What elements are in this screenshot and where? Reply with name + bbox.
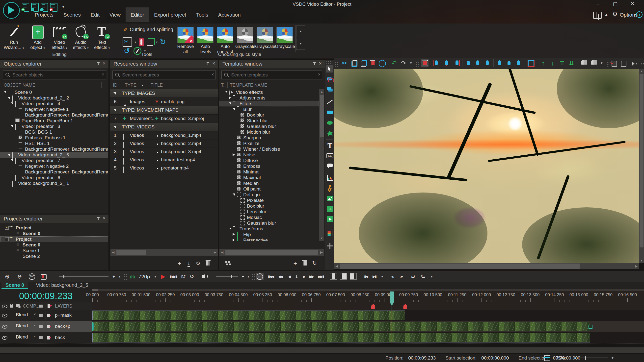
pin-icon[interactable] — [313, 62, 316, 66]
zoom-slider-minus[interactable]: – — [52, 273, 59, 280]
blend-mode-select[interactable]: Blend˅ — [16, 334, 36, 341]
drop-cursor-icon[interactable]: ↧ — [293, 273, 300, 280]
image-tool[interactable] — [326, 195, 334, 202]
resource-row[interactable]: 3Videosbackground_3.mp4 — [110, 148, 218, 156]
expander-icon[interactable] — [232, 233, 235, 236]
timeline-marker[interactable] — [371, 304, 375, 309]
templates-hscrollbar[interactable]: ◀ ▶ — [220, 249, 324, 256]
timeline-zoom-slider[interactable] — [59, 276, 108, 277]
timeline-marker[interactable] — [403, 304, 407, 309]
expander-icon[interactable] — [4, 91, 6, 93]
tree-item[interactable]: PaperBurn: PaperBurn 1 — [0, 118, 108, 123]
rotate-cw-icon[interactable]: ↻ — [158, 38, 167, 46]
quick-style-grayscale[interactable]: Grayscale — [235, 27, 255, 49]
timeline-zoom-in-icon[interactable]: ⊕ — [4, 273, 11, 280]
expander-icon[interactable] — [232, 194, 235, 196]
group-icon[interactable] — [580, 60, 588, 65]
visibility-column-icon[interactable] — [2, 305, 8, 308]
align-right-icon[interactable] — [452, 60, 460, 66]
tree-item[interactable]: Filters — [219, 101, 319, 106]
scroll-right-icon[interactable]: ▶ — [634, 263, 639, 270]
add-template-button[interactable]: + — [292, 260, 299, 267]
options-gear-icon[interactable]: ⚙ — [612, 11, 618, 18]
zoom-100-icon[interactable]: 100 — [28, 273, 36, 280]
object-left-icon[interactable]: ▭º — [409, 273, 416, 280]
expander-icon[interactable] — [5, 226, 9, 230]
align-bottom-icon[interactable] — [484, 60, 491, 66]
object-right-icon[interactable]: º▭ — [419, 273, 426, 280]
import-resource-button[interactable]: ↓ — [185, 260, 192, 267]
status-zoom-plus[interactable]: + — [609, 354, 616, 362]
tree-item[interactable]: Video: predator_ 7 — [0, 158, 108, 163]
expander-icon[interactable] — [114, 92, 116, 94]
expander-icon[interactable] — [5, 237, 9, 241]
clip-back+p[interactable] — [92, 322, 590, 331]
scroll-down-icon[interactable]: ▼ — [639, 258, 644, 263]
tree-item[interactable]: Pixelize — [219, 141, 319, 146]
tree-item[interactable]: Lens blur — [219, 209, 319, 215]
tree-item[interactable]: Mosiac — [219, 215, 319, 220]
resolution-select[interactable]: 720p — [137, 273, 152, 280]
info-icon[interactable]: i — [636, 11, 642, 18]
tree-item[interactable]: Scene 0 — [0, 89, 108, 95]
fragment-start-icon[interactable] — [340, 273, 347, 280]
toolbar-grip[interactable] — [252, 274, 255, 280]
expander-icon[interactable] — [114, 126, 116, 128]
expander-icon[interactable] — [11, 159, 13, 162]
blend-mode-select[interactable]: Blend˅ — [16, 323, 36, 330]
tree-item[interactable]: Gaussian blur — [219, 220, 319, 226]
menu-item-scenes[interactable]: Scenes — [58, 7, 86, 22]
tooltip-tool[interactable] — [326, 162, 334, 169]
fragment-end-icon[interactable] — [350, 273, 357, 280]
effects-column-icon[interactable] — [48, 304, 50, 308]
distribute-v-icon[interactable] — [505, 60, 513, 66]
resource-row[interactable]: 6Images✱marble.png — [110, 98, 218, 106]
comp-column-label[interactable]: COMP... — [23, 304, 40, 309]
snap-to-grid-icon[interactable]: U — [640, 59, 644, 67]
send-backward-icon[interactable]: ↓ — [549, 59, 556, 67]
tree-item[interactable]: Video: background_2_ 2 — [0, 95, 108, 101]
timeline-ruler[interactable]: 00.00000:00.75000:01.50000:02.25000:03.0… — [92, 289, 644, 310]
expander-icon[interactable] — [229, 102, 231, 105]
tree-item[interactable]: Sharpen — [219, 135, 319, 141]
crop-icon[interactable] — [147, 39, 153, 46]
distribute-h-icon[interactable] — [496, 60, 503, 66]
rectangle-tool[interactable] — [326, 109, 334, 116]
layer-effects-icon[interactable] — [47, 336, 50, 340]
timeline-tab-scene-0[interactable]: Scene 0 — [2, 282, 28, 289]
volume-slider[interactable] — [216, 276, 238, 277]
tree-item[interactable]: Box blur — [219, 112, 319, 118]
audio-visualizer-tool[interactable] — [326, 230, 334, 237]
fit-to-parent-icon[interactable] — [515, 60, 522, 66]
pin-icon[interactable] — [206, 62, 209, 66]
menu-item-projects[interactable]: Projects — [30, 7, 58, 22]
objects-search-input[interactable] — [12, 71, 98, 78]
mute-icon[interactable] — [200, 273, 208, 280]
layer-row-back+p[interactable]: Blend˅back+p — [0, 321, 92, 332]
sprite-tool[interactable] — [326, 75, 334, 83]
tree-item[interactable]: DeLogo — [219, 192, 319, 197]
tree-item[interactable]: Negative: Negative 1 — [0, 106, 108, 112]
pin-icon[interactable] — [96, 62, 100, 66]
tree-item[interactable]: Scene 0 — [0, 231, 108, 236]
id-column[interactable]: ID — [113, 83, 118, 88]
add-objectbutton[interactable]: Addobject ▾ — [27, 25, 48, 51]
tree-item[interactable]: Stack blur — [219, 118, 319, 123]
expander-icon[interactable] — [8, 97, 10, 99]
align-top-icon[interactable] — [465, 60, 472, 66]
t-column[interactable]: T.. — [221, 83, 226, 88]
refresh-preview-icon[interactable]: ↺ — [188, 273, 196, 280]
jump-end-icon[interactable]: ▶▶▮ — [317, 273, 324, 280]
export-resource-button[interactable]: ⚙ — [194, 260, 202, 267]
preview-play-button[interactable]: ▶ — [160, 273, 167, 280]
tree-item[interactable]: Pixelate — [219, 197, 319, 203]
tree-item[interactable]: Wiener / DeNoise — [219, 146, 319, 152]
tree-item[interactable]: HSL: HSL 1 — [0, 141, 108, 146]
scroll-up-icon[interactable]: ▲ — [639, 69, 644, 74]
tree-item[interactable]: Flip — [219, 232, 319, 237]
freeshape-tool[interactable] — [326, 129, 334, 137]
line-tool[interactable] — [326, 98, 334, 106]
templates-search-input[interactable] — [230, 71, 314, 78]
edit-object-icon[interactable] — [421, 59, 428, 67]
tree-item[interactable]: Blur — [219, 106, 319, 112]
